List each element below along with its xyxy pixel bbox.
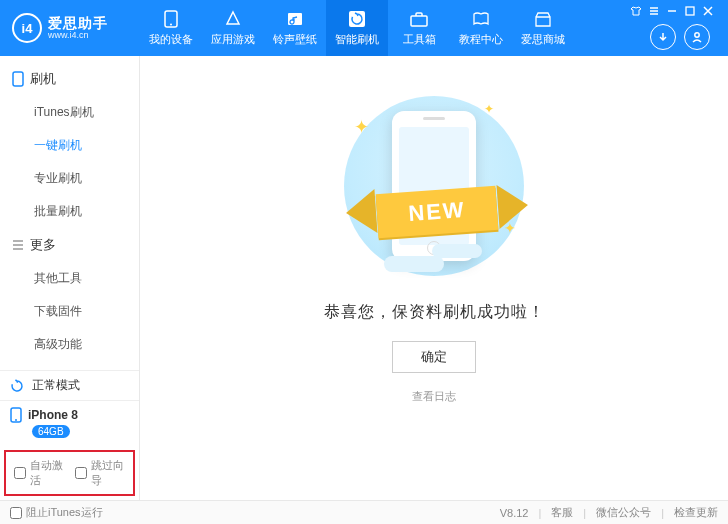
device-mode[interactable]: 正常模式 bbox=[0, 371, 139, 400]
note-icon bbox=[286, 10, 304, 28]
header-right bbox=[628, 0, 720, 56]
svg-rect-5 bbox=[686, 7, 694, 15]
svg-point-9 bbox=[15, 419, 17, 421]
nav-my-device[interactable]: 我的设备 bbox=[140, 0, 202, 56]
nav-label: 爱思商城 bbox=[521, 32, 565, 47]
cloud-shape bbox=[432, 244, 482, 258]
svg-rect-7 bbox=[13, 72, 23, 86]
wechat-link[interactable]: 微信公众号 bbox=[596, 505, 651, 520]
maximize-icon[interactable] bbox=[682, 4, 698, 18]
status-bar: 阻止iTunes运行 V8.12 | 客服 | 微信公众号 | 检查更新 bbox=[0, 500, 728, 524]
nav-label: 我的设备 bbox=[149, 32, 193, 47]
success-illustration: ✦ ✦ ✦ NEW bbox=[304, 86, 564, 286]
new-ribbon: NEW bbox=[342, 182, 532, 242]
device-phone-icon bbox=[10, 407, 22, 423]
checkbox-skip-wizard[interactable]: 跳过向导 bbox=[75, 458, 126, 488]
menu-lines-icon bbox=[12, 239, 24, 251]
check-update-link[interactable]: 检查更新 bbox=[674, 505, 718, 520]
sidebar-item-other-tools[interactable]: 其他工具 bbox=[0, 262, 139, 295]
checkbox-auto-activate[interactable]: 自动激活 bbox=[14, 458, 65, 488]
brand-logo[interactable]: i4 爱思助手 www.i4.cn bbox=[12, 13, 140, 43]
sidebar-group-title: 刷机 bbox=[30, 70, 56, 88]
sidebar-item-pro-flash[interactable]: 专业刷机 bbox=[0, 162, 139, 195]
tshirt-icon[interactable] bbox=[628, 4, 644, 18]
mode-icon bbox=[10, 379, 24, 393]
minimize-icon[interactable] bbox=[664, 4, 680, 18]
view-log-link[interactable]: 查看日志 bbox=[412, 389, 456, 404]
sidebar-item-advanced[interactable]: 高级功能 bbox=[0, 328, 139, 361]
download-button[interactable] bbox=[650, 24, 676, 50]
nav-label: 工具箱 bbox=[403, 32, 436, 47]
logo-icon: i4 bbox=[12, 13, 42, 43]
sparkle-icon: ✦ bbox=[484, 102, 494, 116]
menu-icon[interactable] bbox=[646, 4, 662, 18]
sidebar-group-more[interactable]: 更多 bbox=[0, 228, 139, 262]
sidebar-group-flash[interactable]: 刷机 bbox=[0, 62, 139, 96]
phone-icon bbox=[162, 10, 180, 28]
version-label: V8.12 bbox=[500, 507, 529, 519]
sidebar-item-itunes-flash[interactable]: iTunes刷机 bbox=[0, 96, 139, 129]
close-icon[interactable] bbox=[700, 4, 716, 18]
nav-tutorials[interactable]: 教程中心 bbox=[450, 0, 512, 56]
toolbox-icon bbox=[410, 10, 428, 28]
nav-ringtones[interactable]: 铃声壁纸 bbox=[264, 0, 326, 56]
sidebar-item-batch-flash[interactable]: 批量刷机 bbox=[0, 195, 139, 228]
svg-point-6 bbox=[695, 33, 699, 37]
sidebar: 刷机 iTunes刷机 一键刷机 专业刷机 批量刷机 更多 其他工具 下载固件 … bbox=[0, 56, 140, 500]
phone-outline-icon bbox=[12, 71, 24, 87]
nav-label: 智能刷机 bbox=[335, 32, 379, 47]
sidebar-item-download-fw[interactable]: 下载固件 bbox=[0, 295, 139, 328]
app-header: i4 爱思助手 www.i4.cn 我的设备 应用游戏 铃声壁纸 智能刷机 工具… bbox=[0, 0, 728, 56]
support-link[interactable]: 客服 bbox=[551, 505, 573, 520]
brand-text: 爱思助手 www.i4.cn bbox=[48, 16, 108, 41]
nav-label: 应用游戏 bbox=[211, 32, 255, 47]
svg-point-1 bbox=[170, 23, 172, 25]
sidebar-group-title: 更多 bbox=[30, 236, 56, 254]
sidebar-item-oneclick-flash[interactable]: 一键刷机 bbox=[0, 129, 139, 162]
content-pane: ✦ ✦ ✦ NEW 恭喜您，保资料刷机成功啦！ 确定 查看日志 bbox=[140, 56, 728, 500]
cloud-shape bbox=[384, 256, 444, 272]
success-message: 恭喜您，保资料刷机成功啦！ bbox=[324, 302, 545, 323]
main-area: 刷机 iTunes刷机 一键刷机 专业刷机 批量刷机 更多 其他工具 下载固件 … bbox=[0, 56, 728, 500]
ok-button[interactable]: 确定 bbox=[392, 341, 476, 373]
nav-toolbox[interactable]: 工具箱 bbox=[388, 0, 450, 56]
user-button[interactable] bbox=[684, 24, 710, 50]
device-info[interactable]: iPhone 8 64GB bbox=[0, 400, 139, 446]
svg-rect-4 bbox=[411, 16, 427, 26]
sparkle-icon: ✦ bbox=[354, 116, 369, 138]
nav-label: 铃声壁纸 bbox=[273, 32, 317, 47]
flash-options-box: 自动激活 跳过向导 bbox=[4, 450, 135, 496]
refresh-icon bbox=[348, 10, 366, 28]
window-controls bbox=[628, 0, 720, 18]
nav-label: 教程中心 bbox=[459, 32, 503, 47]
checkbox-block-itunes[interactable]: 阻止iTunes运行 bbox=[10, 505, 103, 520]
store-icon bbox=[534, 10, 552, 28]
mode-label: 正常模式 bbox=[32, 377, 80, 394]
device-storage-badge: 64GB bbox=[32, 425, 70, 438]
book-icon bbox=[472, 10, 490, 28]
nav-flash[interactable]: 智能刷机 bbox=[326, 0, 388, 56]
apps-icon bbox=[224, 10, 242, 28]
nav-apps[interactable]: 应用游戏 bbox=[202, 0, 264, 56]
nav-store[interactable]: 爱思商城 bbox=[512, 0, 574, 56]
top-nav: 我的设备 应用游戏 铃声壁纸 智能刷机 工具箱 教程中心 爱思商城 bbox=[140, 0, 574, 56]
device-name: iPhone 8 bbox=[28, 408, 78, 422]
